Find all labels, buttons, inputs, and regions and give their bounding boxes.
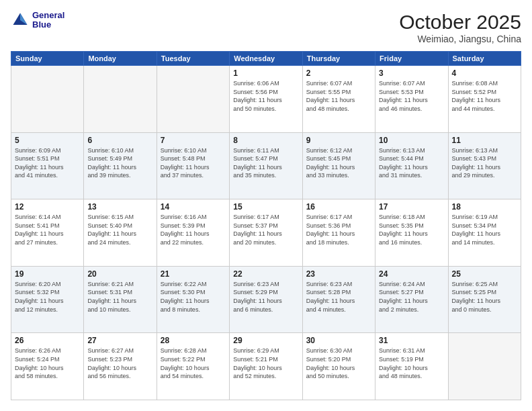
day-info: Sunrise: 6:23 AM Sunset: 5:28 PM Dayligh… xyxy=(306,280,371,314)
calendar-week-row: 5Sunrise: 6:09 AM Sunset: 5:51 PM Daylig… xyxy=(11,132,521,199)
day-info: Sunrise: 6:08 AM Sunset: 5:52 PM Dayligh… xyxy=(452,79,517,113)
day-info: Sunrise: 6:21 AM Sunset: 5:31 PM Dayligh… xyxy=(87,280,152,314)
day-info: Sunrise: 6:13 AM Sunset: 5:43 PM Dayligh… xyxy=(452,146,517,180)
day-number: 24 xyxy=(379,269,444,279)
logo-line1: General xyxy=(32,11,64,20)
table-row: 9Sunrise: 6:12 AM Sunset: 5:45 PM Daylig… xyxy=(302,132,375,199)
calendar-table: Sunday Monday Tuesday Wednesday Thursday… xyxy=(11,51,521,400)
table-row: 18Sunrise: 6:19 AM Sunset: 5:34 PM Dayli… xyxy=(448,199,521,267)
header-tuesday: Tuesday xyxy=(157,52,229,66)
logo-text: General Blue xyxy=(32,11,64,30)
day-number: 15 xyxy=(233,202,298,212)
header: General Blue October 2025 Weimiao, Jiang… xyxy=(11,11,521,44)
table-row: 3Sunrise: 6:07 AM Sunset: 5:53 PM Daylig… xyxy=(375,66,448,133)
table-row: 21Sunrise: 6:22 AM Sunset: 5:30 PM Dayli… xyxy=(157,266,229,333)
table-row: 1Sunrise: 6:06 AM Sunset: 5:56 PM Daylig… xyxy=(230,66,302,133)
table-row: 12Sunrise: 6:14 AM Sunset: 5:41 PM Dayli… xyxy=(11,199,84,267)
day-number: 11 xyxy=(452,136,517,145)
table-row: 6Sunrise: 6:10 AM Sunset: 5:49 PM Daylig… xyxy=(84,132,157,199)
table-row: 15Sunrise: 6:17 AM Sunset: 5:37 PM Dayli… xyxy=(230,199,302,267)
day-number: 28 xyxy=(161,336,226,345)
header-saturday: Saturday xyxy=(448,52,521,66)
calendar-week-row: 19Sunrise: 6:20 AM Sunset: 5:32 PM Dayli… xyxy=(11,266,521,333)
table-row: 14Sunrise: 6:16 AM Sunset: 5:39 PM Dayli… xyxy=(157,199,229,267)
day-info: Sunrise: 6:11 AM Sunset: 5:47 PM Dayligh… xyxy=(233,146,298,180)
table-row: 8Sunrise: 6:11 AM Sunset: 5:47 PM Daylig… xyxy=(230,132,302,199)
day-number: 31 xyxy=(379,336,444,345)
day-number: 21 xyxy=(161,269,226,279)
table-row xyxy=(448,333,521,400)
day-info: Sunrise: 6:22 AM Sunset: 5:30 PM Dayligh… xyxy=(161,280,226,314)
day-number: 27 xyxy=(87,336,152,345)
day-info: Sunrise: 6:15 AM Sunset: 5:40 PM Dayligh… xyxy=(87,213,152,246)
logo: General Blue xyxy=(11,11,64,30)
table-row: 20Sunrise: 6:21 AM Sunset: 5:31 PM Dayli… xyxy=(84,266,157,333)
day-info: Sunrise: 6:31 AM Sunset: 5:19 PM Dayligh… xyxy=(379,347,444,380)
day-number: 2 xyxy=(306,68,371,78)
day-info: Sunrise: 6:25 AM Sunset: 5:25 PM Dayligh… xyxy=(452,280,517,314)
header-friday: Friday xyxy=(375,52,448,66)
day-number: 26 xyxy=(15,336,80,345)
day-info: Sunrise: 6:26 AM Sunset: 5:24 PM Dayligh… xyxy=(15,347,80,380)
day-number: 8 xyxy=(233,136,298,145)
table-row: 31Sunrise: 6:31 AM Sunset: 5:19 PM Dayli… xyxy=(375,333,448,400)
day-number: 9 xyxy=(306,136,371,145)
day-number: 22 xyxy=(233,269,298,279)
day-number: 18 xyxy=(452,202,517,212)
day-info: Sunrise: 6:10 AM Sunset: 5:49 PM Dayligh… xyxy=(87,146,152,180)
table-row: 11Sunrise: 6:13 AM Sunset: 5:43 PM Dayli… xyxy=(448,132,521,199)
day-number: 29 xyxy=(233,336,298,345)
table-row: 19Sunrise: 6:20 AM Sunset: 5:32 PM Dayli… xyxy=(11,266,84,333)
day-info: Sunrise: 6:16 AM Sunset: 5:39 PM Dayligh… xyxy=(161,213,226,246)
day-number: 30 xyxy=(306,336,371,345)
header-wednesday: Wednesday xyxy=(230,52,302,66)
table-row: 7Sunrise: 6:10 AM Sunset: 5:48 PM Daylig… xyxy=(157,132,229,199)
day-info: Sunrise: 6:07 AM Sunset: 5:53 PM Dayligh… xyxy=(379,79,444,113)
day-number: 5 xyxy=(15,136,80,145)
day-number: 10 xyxy=(379,136,444,145)
table-row: 16Sunrise: 6:17 AM Sunset: 5:36 PM Dayli… xyxy=(302,199,375,267)
day-number: 7 xyxy=(161,136,226,145)
table-row: 4Sunrise: 6:08 AM Sunset: 5:52 PM Daylig… xyxy=(448,66,521,133)
day-number: 25 xyxy=(452,269,517,279)
day-info: Sunrise: 6:24 AM Sunset: 5:27 PM Dayligh… xyxy=(379,280,444,314)
table-row xyxy=(84,66,157,133)
table-row: 26Sunrise: 6:26 AM Sunset: 5:24 PM Dayli… xyxy=(11,333,84,400)
day-info: Sunrise: 6:14 AM Sunset: 5:41 PM Dayligh… xyxy=(15,213,80,246)
day-number: 16 xyxy=(306,202,371,212)
table-row: 23Sunrise: 6:23 AM Sunset: 5:28 PM Dayli… xyxy=(302,266,375,333)
table-row xyxy=(11,66,84,133)
table-row: 10Sunrise: 6:13 AM Sunset: 5:44 PM Dayli… xyxy=(375,132,448,199)
table-row: 29Sunrise: 6:29 AM Sunset: 5:21 PM Dayli… xyxy=(230,333,302,400)
day-number: 14 xyxy=(161,202,226,212)
day-info: Sunrise: 6:07 AM Sunset: 5:55 PM Dayligh… xyxy=(306,79,371,113)
day-number: 19 xyxy=(15,269,80,279)
table-row: 30Sunrise: 6:30 AM Sunset: 5:20 PM Dayli… xyxy=(302,333,375,400)
day-info: Sunrise: 6:20 AM Sunset: 5:32 PM Dayligh… xyxy=(15,280,80,314)
table-row: 5Sunrise: 6:09 AM Sunset: 5:51 PM Daylig… xyxy=(11,132,84,199)
day-info: Sunrise: 6:17 AM Sunset: 5:37 PM Dayligh… xyxy=(233,213,298,246)
header-monday: Monday xyxy=(84,52,157,66)
calendar-week-row: 12Sunrise: 6:14 AM Sunset: 5:41 PM Dayli… xyxy=(11,199,521,267)
day-info: Sunrise: 6:23 AM Sunset: 5:29 PM Dayligh… xyxy=(233,280,298,314)
table-row: 22Sunrise: 6:23 AM Sunset: 5:29 PM Dayli… xyxy=(230,266,302,333)
day-info: Sunrise: 6:27 AM Sunset: 5:23 PM Dayligh… xyxy=(87,347,152,380)
title-block: October 2025 Weimiao, Jiangsu, China xyxy=(399,11,521,44)
day-number: 13 xyxy=(87,202,152,212)
day-number: 4 xyxy=(452,68,517,78)
logo-line2: Blue xyxy=(32,20,64,30)
calendar-title: October 2025 xyxy=(399,11,521,34)
day-info: Sunrise: 6:10 AM Sunset: 5:48 PM Dayligh… xyxy=(161,146,226,180)
table-row: 17Sunrise: 6:18 AM Sunset: 5:35 PM Dayli… xyxy=(375,199,448,267)
day-number: 20 xyxy=(87,269,152,279)
table-row xyxy=(157,66,229,133)
day-number: 23 xyxy=(306,269,371,279)
day-info: Sunrise: 6:17 AM Sunset: 5:36 PM Dayligh… xyxy=(306,213,371,246)
day-number: 17 xyxy=(379,202,444,212)
logo-icon xyxy=(11,11,30,30)
day-number: 12 xyxy=(15,202,80,212)
day-number: 1 xyxy=(233,68,298,78)
header-thursday: Thursday xyxy=(302,52,375,66)
table-row: 24Sunrise: 6:24 AM Sunset: 5:27 PM Dayli… xyxy=(375,266,448,333)
day-number: 3 xyxy=(379,68,444,78)
